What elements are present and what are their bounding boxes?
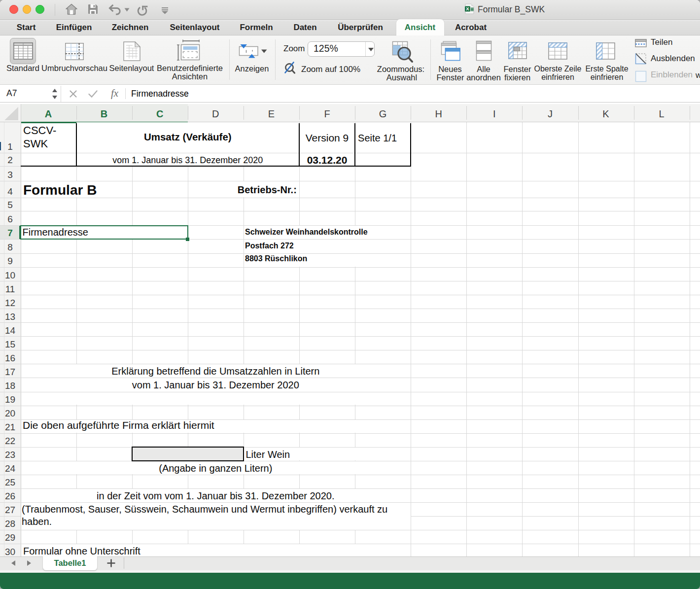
svg-text:X: X — [466, 6, 469, 11]
